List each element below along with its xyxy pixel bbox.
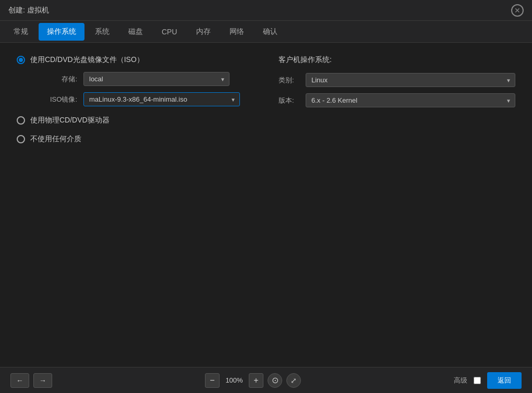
tab-confirm[interactable]: 确认 (255, 23, 286, 41)
iso-select[interactable]: maLinux-9.3-x86_64-minimal.iso (83, 92, 240, 106)
guest-version-row: 版本: 6.x - 2.6 Kernel 5.x - 2.6 Kernel 4.… (279, 93, 515, 107)
advanced-checkbox[interactable] (474, 377, 481, 384)
iso-label: ISO镜像: (30, 95, 77, 104)
iso-input-wrapper: maLinux-9.3-x86_64-minimal.iso ▼ (83, 92, 240, 106)
guest-type-label: 类别: (279, 76, 299, 85)
tab-system[interactable]: 系统 (87, 23, 118, 41)
storage-select-wrapper: local local-lvm ▼ (83, 72, 229, 86)
advanced-label: 高级 (454, 376, 467, 385)
guest-type-select-wrapper: Linux Windows Other ▼ (306, 73, 515, 87)
iso-section: 存储: local local-lvm ▼ ISO镜像: (30, 72, 253, 106)
circle-btn-2[interactable]: ⤢ (286, 373, 301, 388)
tab-os[interactable]: 操作系统 (39, 23, 84, 41)
radio-iso-circle (17, 56, 25, 64)
tab-disk[interactable]: 磁盘 (120, 23, 151, 41)
radio-group: 使用CD/DVD光盘镜像文件（ISO） 存储: local local-lvm (17, 55, 253, 144)
tab-memory[interactable]: 内存 (188, 23, 219, 41)
zoom-level: 100% (224, 376, 245, 384)
radio-physical[interactable]: 使用物理CD/DVD驱动器 (17, 116, 253, 125)
close-button[interactable]: ✕ (511, 4, 524, 17)
bottom-right: 高级 返回 (454, 372, 522, 389)
radio-iso[interactable]: 使用CD/DVD光盘镜像文件（ISO） (17, 55, 253, 65)
storage-select[interactable]: local local-lvm (83, 72, 229, 86)
window-title: 创建: 虚拟机 (8, 6, 49, 15)
zoom-plus-button[interactable]: + (249, 373, 263, 388)
tab-cpu[interactable]: CPU (153, 23, 186, 40)
radio-physical-label: 使用物理CD/DVD驱动器 (30, 116, 110, 125)
radio-iso-label: 使用CD/DVD光盘镜像文件（ISO） (30, 55, 144, 65)
return-button[interactable]: 返回 (487, 372, 522, 389)
tab-network[interactable]: 网络 (221, 23, 252, 41)
radio-none-label: 不使用任何介质 (30, 134, 81, 144)
circle-btn-1[interactable]: ⊙ (268, 373, 282, 388)
tab-general[interactable]: 常规 (5, 23, 37, 41)
guest-version-select-wrapper: 6.x - 2.6 Kernel 5.x - 2.6 Kernel 4.x - … (306, 93, 515, 107)
iso-row: ISO镜像: maLinux-9.3-x86_64-minimal.iso ▼ (30, 92, 253, 106)
guest-version-label: 版本: (279, 96, 299, 105)
guest-version-select[interactable]: 6.x - 2.6 Kernel 5.x - 2.6 Kernel 4.x - … (306, 93, 515, 107)
guest-type-row: 类别: Linux Windows Other ▼ (279, 73, 515, 87)
left-column: 使用CD/DVD光盘镜像文件（ISO） 存储: local local-lvm (17, 55, 253, 144)
forward-button[interactable]: → (33, 373, 52, 388)
radio-physical-circle (17, 116, 25, 125)
guest-os-title: 客户机操作系统: (279, 55, 515, 65)
storage-row: 存储: local local-lvm ▼ (30, 72, 253, 86)
storage-label: 存储: (30, 75, 77, 84)
bottom-center: − 100% + ⊙ ⤢ (205, 373, 301, 388)
back-button[interactable]: ← (10, 373, 29, 388)
guest-os-section: 客户机操作系统: 类别: Linux Windows Other ▼ 版本: 6… (279, 55, 515, 114)
bottom-bar: ← → − 100% + ⊙ ⤢ 高级 返回 (0, 367, 532, 393)
radio-iso-container: 使用CD/DVD光盘镜像文件（ISO） 存储: local local-lvm (17, 55, 253, 106)
radio-none-circle (17, 135, 25, 143)
bottom-left: ← → (10, 373, 52, 388)
radio-none[interactable]: 不使用任何介质 (17, 134, 253, 144)
content-columns: 使用CD/DVD光盘镜像文件（ISO） 存储: local local-lvm (17, 55, 515, 144)
tab-bar: 常规 操作系统 系统 磁盘 CPU 内存 网络 确认 (0, 21, 532, 43)
title-bar: 创建: 虚拟机 ✕ (0, 0, 532, 21)
main-content: 使用CD/DVD光盘镜像文件（ISO） 存储: local local-lvm (0, 43, 532, 156)
guest-type-select[interactable]: Linux Windows Other (306, 73, 515, 87)
zoom-minus-button[interactable]: − (205, 373, 220, 388)
